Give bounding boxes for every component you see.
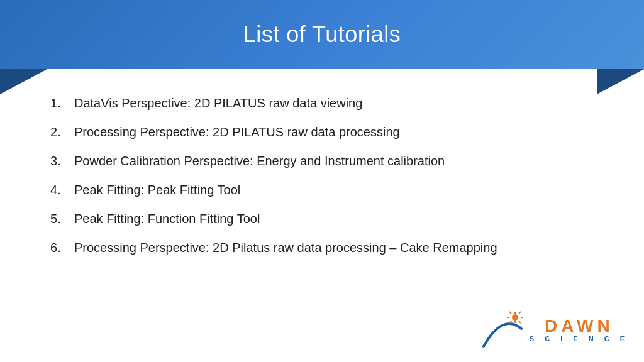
logo-graphic bbox=[480, 310, 525, 351]
tutorial-item-2: Processing Perspective: 2D PILATUS raw d… bbox=[50, 123, 594, 141]
page-title: List of Tutorials bbox=[243, 21, 401, 48]
svg-line-7 bbox=[519, 312, 521, 314]
tutorial-item-text: Powder Calibration Perspective: Energy a… bbox=[74, 152, 445, 170]
tutorial-item-text: DataVis Perspective: 2D PILATUS raw data… bbox=[74, 94, 362, 112]
header-banner: List of Tutorials bbox=[0, 0, 644, 69]
dawn-logo-name: DAWN bbox=[545, 317, 614, 335]
dawn-logo-subtitle: S C I E N C E bbox=[530, 335, 629, 343]
tutorial-item-1: DataVis Perspective: 2D PILATUS raw data… bbox=[50, 94, 594, 112]
svg-line-6 bbox=[519, 321, 521, 323]
tutorial-item-text: Processing Perspective: 2D PILATUS raw d… bbox=[74, 123, 400, 141]
tutorial-item-text: Peak Fitting: Function Fitting Tool bbox=[74, 210, 260, 228]
ribbon-fold-right bbox=[597, 69, 644, 94]
dawn-text: DAWN S C I E N C E bbox=[530, 317, 629, 343]
svg-point-0 bbox=[512, 314, 518, 321]
tutorial-item-text: Processing Perspective: 2D Pilatus raw d… bbox=[74, 239, 497, 256]
tutorial-item-4: Peak Fitting: Peak Fitting Tool bbox=[50, 181, 594, 199]
dawn-logo: DAWN S C I E N C E bbox=[480, 310, 629, 351]
content-area: DataVis Perspective: 2D PILATUS raw data… bbox=[50, 94, 594, 312]
tutorial-item-5: Peak Fitting: Function Fitting Tool bbox=[50, 210, 594, 228]
ribbon-fold-left bbox=[0, 69, 47, 94]
svg-line-5 bbox=[509, 312, 511, 314]
tutorial-list: DataVis Perspective: 2D PILATUS raw data… bbox=[50, 94, 594, 256]
tutorial-item-6: Processing Perspective: 2D Pilatus raw d… bbox=[50, 239, 594, 256]
tutorial-item-text: Peak Fitting: Peak Fitting Tool bbox=[74, 181, 240, 199]
tutorial-item-3: Powder Calibration Perspective: Energy a… bbox=[50, 152, 594, 170]
